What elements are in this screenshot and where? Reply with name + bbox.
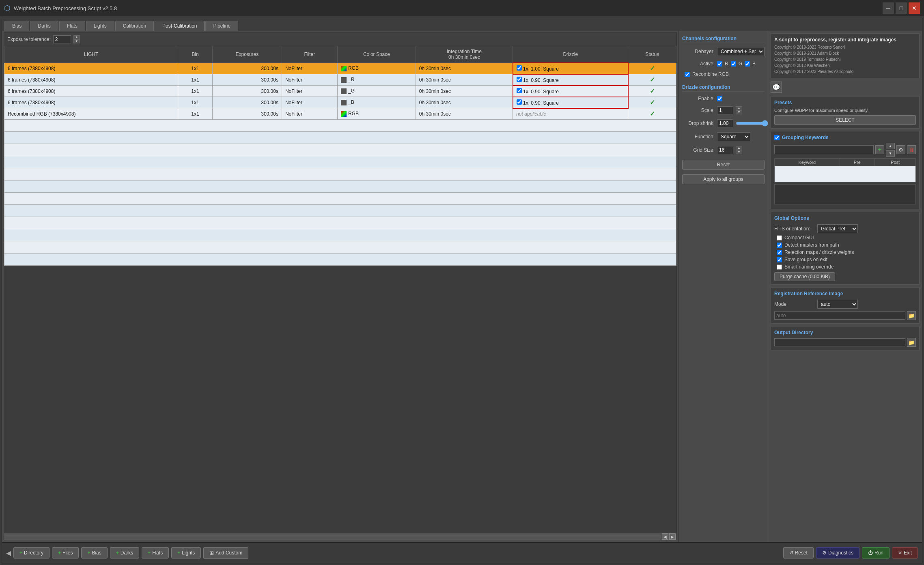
scale-spinner-down[interactable]: ▼ (736, 110, 742, 114)
rejection-maps-checkbox[interactable] (777, 250, 782, 255)
output-dir-folder-button[interactable]: 📁 (907, 338, 916, 347)
reg-ref-path-input[interactable] (774, 312, 905, 320)
reg-ref-folder-button[interactable]: 📁 (907, 311, 916, 320)
detect-masters-checkbox[interactable] (777, 243, 782, 248)
smart-naming-checkbox[interactable] (777, 264, 782, 270)
table-row[interactable]: 6 frames (7380x4908) 1x1 300.00s NoFilte… (4, 86, 676, 97)
save-groups-checkbox[interactable] (777, 257, 782, 262)
exposure-spinner-up[interactable]: ▲ (73, 35, 80, 39)
cell-drizzle: not applicable (513, 108, 628, 120)
tab-calibration[interactable]: Calibration (115, 21, 154, 31)
tab-darks[interactable]: Darks (30, 21, 58, 31)
grouping-keywords-title: Grouping Keywords (782, 135, 829, 140)
fits-orientation-select[interactable]: Global Pref BottomUp TopDown (817, 224, 858, 233)
g-checkbox[interactable] (731, 61, 736, 67)
directory-button[interactable]: + Directory (13, 547, 50, 559)
col-light: LIGHT (4, 46, 178, 63)
drizzle-enable-label: Enable: (682, 96, 715, 101)
compact-gui-checkbox[interactable] (777, 235, 782, 241)
grid-size-down[interactable]: ▼ (736, 150, 742, 154)
scale-spinner-up[interactable]: ▲ (736, 106, 742, 110)
reset-drizzle-button[interactable]: Reset (682, 160, 765, 170)
frames-table: LIGHT Bin Exposures Filter Color Space I… (4, 46, 676, 266)
drizzle-checkbox[interactable] (517, 88, 522, 93)
grouping-keywords-add-button[interactable]: + (875, 145, 884, 154)
r-label: R (725, 61, 728, 67)
apply-all-groups-button[interactable]: Apply to all groups (682, 174, 765, 184)
files-label: Files (62, 550, 73, 556)
chat-icon[interactable]: 💬 (771, 82, 782, 93)
plus-icon: + (177, 550, 180, 556)
move-down-button[interactable]: ▼ (886, 150, 895, 157)
drizzle-scale-input[interactable] (717, 106, 733, 114)
function-select[interactable]: Square Gaussian Lanczos3 (717, 132, 750, 141)
tab-bias[interactable]: Bias (4, 21, 29, 31)
grouping-keywords-checkbox[interactable] (774, 135, 780, 140)
output-dir-section: Output Directory 📁 (771, 326, 920, 350)
main-window: Bias Darks Flats Lights Calibration Post… (2, 18, 922, 563)
table-row-empty (4, 132, 676, 144)
gear-button[interactable]: ⚙ (896, 145, 905, 154)
active-label: Active: (682, 61, 715, 67)
reset-button[interactable]: ↺ Reset (783, 547, 814, 559)
cell-light: 6 frames (7380x4908) (4, 74, 178, 86)
cell-filter: NoFilter (282, 86, 337, 97)
drop-shrink-input[interactable] (717, 119, 733, 127)
fits-orientation-label: FITS orientation: (774, 226, 815, 232)
table-row[interactable]: 6 frames (7380x4908) 1x1 300.00s NoFilte… (4, 97, 676, 108)
presets-select-button[interactable]: SELECT (774, 115, 916, 125)
b-label: B (752, 61, 756, 67)
flats-button[interactable]: + Flats (142, 547, 169, 559)
purge-cache-button[interactable]: Purge cache (0.00 KiB) (774, 272, 835, 281)
grid-size-up[interactable]: ▲ (736, 146, 742, 150)
tab-flats[interactable]: Flats (59, 21, 85, 31)
run-button[interactable]: ⏻ Run (862, 547, 890, 559)
table-row[interactable]: Recombined RGB (7380x4908) 1x1 300.00s N… (4, 108, 676, 120)
move-up-button[interactable]: ▲ (886, 143, 895, 149)
drizzle-checkbox[interactable] (517, 99, 522, 105)
darks-button[interactable]: + Darks (110, 547, 139, 559)
close-button[interactable]: ✕ (909, 2, 920, 14)
cell-status: ✓ (628, 97, 676, 108)
cell-time: 0h 30min 0sec (416, 108, 513, 120)
cell-filter: NoFilter (282, 63, 337, 74)
horizontal-scrollbar[interactable] (5, 535, 661, 538)
recombine-checkbox[interactable] (685, 72, 690, 77)
grid-size-input[interactable] (717, 146, 733, 154)
bias-button[interactable]: + Bias (81, 547, 107, 559)
table-row[interactable]: 6 frames (7380x4908) 1x1 300.00s NoFilte… (4, 74, 676, 86)
detect-masters-row: Detect masters from path (774, 241, 916, 249)
tab-pipeline[interactable]: Pipeline (205, 21, 238, 31)
grouping-keywords-input[interactable] (774, 145, 874, 154)
b-checkbox[interactable] (745, 61, 750, 67)
maximize-button[interactable]: □ (896, 2, 907, 14)
debayer-select[interactable]: Combined + Separat (717, 47, 765, 56)
exit-button[interactable]: ✕ Exit (892, 547, 918, 559)
r-checkbox[interactable] (717, 61, 722, 67)
minimize-button[interactable]: ─ (883, 2, 894, 14)
files-button[interactable]: + Files (52, 547, 79, 559)
diagnostics-icon: ⚙ (822, 550, 827, 556)
global-options-section: Global Options FITS orientation: Global … (771, 212, 920, 285)
drizzle-checkbox[interactable] (517, 77, 522, 82)
col-drizzle: Drizzle (513, 46, 628, 63)
drop-shrink-slider[interactable] (736, 120, 768, 127)
reg-ref-mode-select[interactable]: auto manual (817, 300, 858, 309)
output-dir-input[interactable] (774, 338, 905, 346)
drizzle-enable-checkbox[interactable] (717, 96, 722, 101)
tab-post-calibration[interactable]: Post-Calibration (155, 21, 205, 31)
add-custom-label: Add Custom (215, 550, 242, 556)
delete-button[interactable]: 🗑 (907, 145, 916, 154)
table-row[interactable]: 6 frames (7380x4908) 1x1 300.00s NoFilte… (4, 63, 676, 74)
tab-lights[interactable]: Lights (86, 21, 114, 31)
plus-icon: + (116, 550, 119, 556)
drizzle-checkbox[interactable] (517, 65, 522, 71)
add-custom-button[interactable]: ⊞ Add Custom (203, 547, 248, 559)
exposure-tolerance-input[interactable] (53, 35, 71, 43)
exposure-spinner-down[interactable]: ▼ (73, 39, 80, 43)
scroll-left-arrow[interactable]: ◀ (662, 533, 668, 540)
scroll-right-arrow[interactable]: ▶ (669, 533, 676, 540)
lights-button[interactable]: + Lights (171, 547, 201, 559)
diagnostics-button[interactable]: ⚙ Diagnostics (816, 547, 859, 559)
keyword-textarea[interactable] (774, 184, 916, 204)
